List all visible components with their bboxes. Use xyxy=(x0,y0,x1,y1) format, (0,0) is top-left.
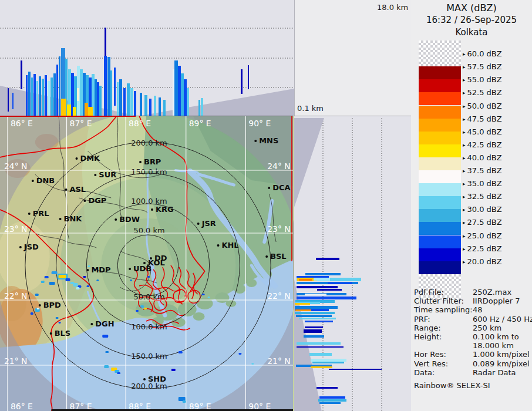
city-label: MNS xyxy=(259,136,278,145)
city-label: BDW xyxy=(119,215,140,224)
city-dot xyxy=(28,213,31,215)
legend-arrow-icon: ▸ xyxy=(463,90,466,96)
city-label: BSL xyxy=(270,252,286,261)
metadata-row: Clutter Filter:IIRDoppler 7 xyxy=(414,297,530,305)
city-label: BLS xyxy=(55,329,70,338)
legend-boundary-label: ▸22.5 dBZ xyxy=(463,244,502,252)
range-ring-label: 200.0 km xyxy=(131,139,167,147)
metadata-row: 18.000 km xyxy=(414,341,530,350)
legend-boundary-label: ▸40.0 dBZ xyxy=(463,153,502,161)
legend-swatch xyxy=(419,235,461,248)
legend-swatch xyxy=(419,209,461,222)
legend-boundary-label: ▸42.5 dBZ xyxy=(463,140,502,149)
legend-arrow-icon: ▸ xyxy=(463,103,466,109)
city-label: KRG xyxy=(156,205,174,214)
legend-arrow-icon: ▸ xyxy=(463,233,466,239)
city-dot xyxy=(268,187,270,189)
legend-swatch xyxy=(419,183,461,196)
city-label: DGP xyxy=(88,196,106,205)
legend-boundary-label: ▸37.5 dBZ xyxy=(463,166,502,174)
legend-arrow-icon: ▸ xyxy=(463,77,466,83)
legend-arrow-icon: ▸ xyxy=(463,129,466,135)
height-axis-max-label: 18.0 km xyxy=(377,3,408,12)
software-brand: Rainbow® SELEX-SI xyxy=(414,381,530,390)
radar-map-canvas: 50.0 km50.0 km100.0 km100.0 km150.0 km15… xyxy=(0,116,294,411)
legend-boundary-label: ▸55.0 dBZ xyxy=(463,75,502,83)
city-dot xyxy=(39,304,41,306)
radar-application-window: { "header": { "title": "MAX (dBZ)", "dat… xyxy=(0,0,532,411)
map-top-border-red-segment xyxy=(0,116,136,117)
range-ring-label: 100.0 km xyxy=(131,197,167,206)
metadata-row: Time sampling:48 xyxy=(414,305,530,314)
legend-boundary-label: ▸47.5 dBZ xyxy=(463,114,502,123)
metadata-row: Pdf File:250Z.max xyxy=(414,288,530,297)
radar-ppi-map-panel[interactable]: 50.0 km50.0 km100.0 km100.0 km150.0 km15… xyxy=(0,116,294,411)
longitude-label: 86° E xyxy=(11,402,33,411)
product-title: MAX (dBZ) xyxy=(411,2,532,14)
legend-swatch xyxy=(419,222,461,235)
city-label: ASL xyxy=(70,185,86,194)
city-label: KHL xyxy=(221,241,238,250)
legend-boundary-label: ▸27.5 dBZ xyxy=(463,218,502,226)
city-dot xyxy=(115,218,117,221)
legend-arrow-icon: ▸ xyxy=(463,168,466,174)
longitude-label: 86° E xyxy=(11,119,33,128)
legend-arrow-icon: ▸ xyxy=(463,116,466,122)
city-dot xyxy=(217,244,220,247)
city-label: BPD xyxy=(43,301,61,309)
city-dot xyxy=(151,208,153,211)
legend-arrow-icon: ▸ xyxy=(463,142,466,148)
latitude-label: 21° N xyxy=(267,356,291,366)
height-axis-min-label: 0.1 km xyxy=(297,104,324,113)
city-dot xyxy=(32,180,34,182)
legend-swatch xyxy=(419,79,461,92)
legend-arrow-icon: ▸ xyxy=(463,220,466,225)
legend-swatch xyxy=(419,41,461,66)
city-label: MDP xyxy=(91,265,110,274)
legend-boundary-label: ▸45.0 dBZ xyxy=(463,127,502,136)
north-south-height-profile-panel[interactable] xyxy=(294,116,411,411)
legend-arrow-icon: ▸ xyxy=(463,207,466,213)
city-dot xyxy=(50,332,52,335)
legend-swatch xyxy=(419,157,461,170)
metadata-row: PRF:600 Hz / 450 Hz xyxy=(414,315,530,324)
city-dot xyxy=(265,255,268,258)
latitude-label: 23° N xyxy=(4,224,28,234)
city-dot xyxy=(19,246,22,248)
range-ring-label: 100.0 km xyxy=(131,322,167,331)
city-label: DMK xyxy=(80,154,100,163)
range-ring-label: 150.0 km xyxy=(131,167,167,176)
city-label: DCA xyxy=(272,183,290,192)
legend-swatch xyxy=(419,170,461,183)
product-metadata: Pdf File:250Z.maxClutter Filter:IIRDoppl… xyxy=(414,288,530,390)
product-datetime: 16:32 / 26-Sep-2025 xyxy=(411,15,532,25)
city-dot xyxy=(143,378,146,380)
longitude-label: 90° E xyxy=(248,119,271,128)
city-label: JSR xyxy=(201,219,216,228)
legend-swatch xyxy=(419,144,461,157)
legend-swatch xyxy=(419,132,461,144)
city-dot xyxy=(86,269,89,271)
legend-boundary-label: ▸20.0 dBZ xyxy=(463,257,502,265)
longitude-label: 87° E xyxy=(70,119,92,128)
metadata-row: Vert Res:0.089 km/pixel xyxy=(414,359,530,368)
legend-swatch xyxy=(419,92,461,105)
city-dot xyxy=(94,174,96,176)
legend-boundary-label: ▸57.5 dBZ xyxy=(463,62,502,70)
legend-swatch xyxy=(419,119,461,132)
north-south-profile-canvas xyxy=(294,116,411,411)
range-ring-label: 150.0 km xyxy=(131,352,167,361)
city-dot xyxy=(197,223,200,225)
east-west-height-profile-panel[interactable] xyxy=(0,0,295,116)
latitude-label: 22° N xyxy=(267,291,291,301)
legend-arrow-icon: ▸ xyxy=(463,259,466,265)
legend-boundary-label: ▸32.5 dBZ xyxy=(463,192,502,200)
city-dot xyxy=(139,161,142,163)
height-gridlines xyxy=(0,28,294,87)
legend-boundary-label: ▸35.0 dBZ xyxy=(463,179,502,187)
city-dot xyxy=(129,268,131,270)
latitude-label: 23° N xyxy=(267,224,291,234)
radar-site-name: Kolkata xyxy=(411,27,532,38)
city-label: PRL xyxy=(33,209,49,218)
legend-boundary-label: ▸60.0 dBZ xyxy=(463,49,502,58)
